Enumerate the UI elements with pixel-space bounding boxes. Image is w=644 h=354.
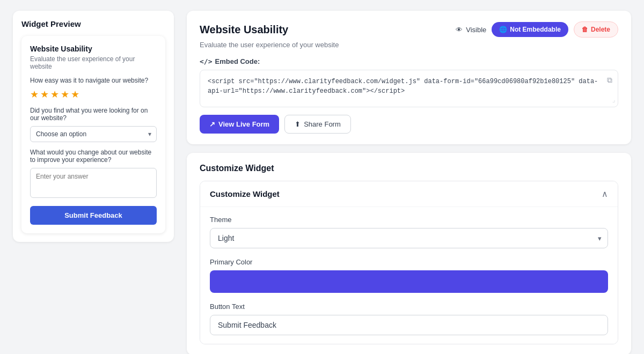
- star-5[interactable]: ★: [71, 88, 79, 100]
- widget-question-1: How easy was it to navigate our website?: [30, 77, 157, 84]
- trash-icon: 🗑: [582, 26, 588, 33]
- form-details-card: Website Usability 👁 Visible 🌐 Not Embedd…: [187, 11, 631, 144]
- view-live-button[interactable]: ↗ View Live Form: [200, 115, 279, 134]
- delete-button[interactable]: 🗑 Delete: [574, 21, 618, 38]
- right-panel: Website Usability 👁 Visible 🌐 Not Embedd…: [187, 11, 631, 354]
- top-card-header: Website Usability 👁 Visible 🌐 Not Embedd…: [200, 21, 618, 38]
- external-link-icon: ↗: [209, 120, 215, 128]
- visible-label: Visible: [466, 26, 486, 34]
- option-dropdown-wrapper: Choose an option ▾: [30, 126, 157, 142]
- submit-button[interactable]: Submit Feedback: [30, 206, 157, 225]
- embed-label: </> Embed Code:: [200, 57, 618, 65]
- button-text-input[interactable]: [210, 315, 608, 335]
- widget-card-title: Website Usability: [30, 45, 157, 53]
- customize-widget-header: Customize Widget: [200, 164, 618, 173]
- resize-handle: ⌟: [612, 95, 616, 105]
- primary-color-label: Primary Color: [210, 258, 608, 266]
- delete-label: Delete: [591, 26, 610, 33]
- copy-button[interactable]: ⧉: [607, 76, 612, 85]
- customize-section-toggle[interactable]: Customize Widget ∧: [200, 181, 618, 206]
- code-icon: </>: [200, 57, 212, 65]
- widget-preview-title: Widget Preview: [21, 19, 165, 28]
- customize-section: Customize Widget ∧ Theme Light Dark ▾ Pr…: [200, 181, 618, 344]
- share-form-button[interactable]: ⬆ Share Form: [284, 115, 351, 134]
- option-dropdown[interactable]: Choose an option: [30, 126, 157, 142]
- not-embeddable-button[interactable]: 🌐 Not Embeddable: [492, 22, 568, 37]
- widget-question-3: What would you change about our website …: [30, 149, 157, 164]
- embed-code-box: <script src="https://www.clarityfeedback…: [200, 70, 618, 107]
- chevron-up-icon: ∧: [602, 189, 608, 199]
- star-3[interactable]: ★: [50, 88, 59, 100]
- action-buttons: ↗ View Live Form ⬆ Share Form: [200, 115, 618, 134]
- share-form-label: Share Form: [304, 120, 341, 128]
- visible-button[interactable]: 👁 Visible: [456, 26, 486, 34]
- theme-label: Theme: [210, 216, 608, 224]
- not-embeddable-label: Not Embeddable: [510, 26, 561, 33]
- globe-icon: 🌐: [499, 26, 507, 33]
- customize-widget-card: Customize Widget Customize Widget ∧ Them…: [187, 153, 631, 354]
- eye-icon: 👁: [456, 26, 463, 34]
- view-live-label: View Live Form: [218, 120, 269, 128]
- customize-section-body: Theme Light Dark ▾ Primary Color Button …: [200, 206, 618, 344]
- widget-question-2: Did you find what you were looking for o…: [30, 107, 157, 122]
- feedback-textarea[interactable]: [30, 168, 157, 198]
- button-text-label: Button Text: [210, 303, 608, 311]
- form-title: Website Usability: [200, 24, 288, 36]
- header-actions: 👁 Visible 🌐 Not Embeddable 🗑 Delete: [456, 21, 618, 38]
- customize-section-title: Customize Widget: [210, 189, 280, 198]
- embed-section: </> Embed Code: <script src="https://www…: [200, 57, 618, 134]
- star-1[interactable]: ★: [30, 88, 39, 100]
- theme-select[interactable]: Light Dark: [210, 228, 608, 248]
- widget-preview-panel: Widget Preview Website Usability Evaluat…: [13, 11, 174, 242]
- widget-card: Website Usability Evaluate the user expe…: [21, 36, 165, 233]
- theme-select-wrapper: Light Dark ▾: [210, 228, 608, 248]
- star-4[interactable]: ★: [61, 88, 69, 100]
- form-description: Evaluate the user experience of your web…: [200, 41, 618, 49]
- embed-code-text: <script src="https://www.clarityfeedback…: [208, 78, 598, 95]
- widget-card-subtitle: Evaluate the user experience of your web…: [30, 55, 157, 70]
- primary-color-swatch[interactable]: [210, 270, 608, 293]
- star-rating[interactable]: ★ ★ ★ ★ ★: [30, 88, 157, 100]
- share-icon: ⬆: [295, 120, 301, 128]
- star-2[interactable]: ★: [40, 88, 49, 100]
